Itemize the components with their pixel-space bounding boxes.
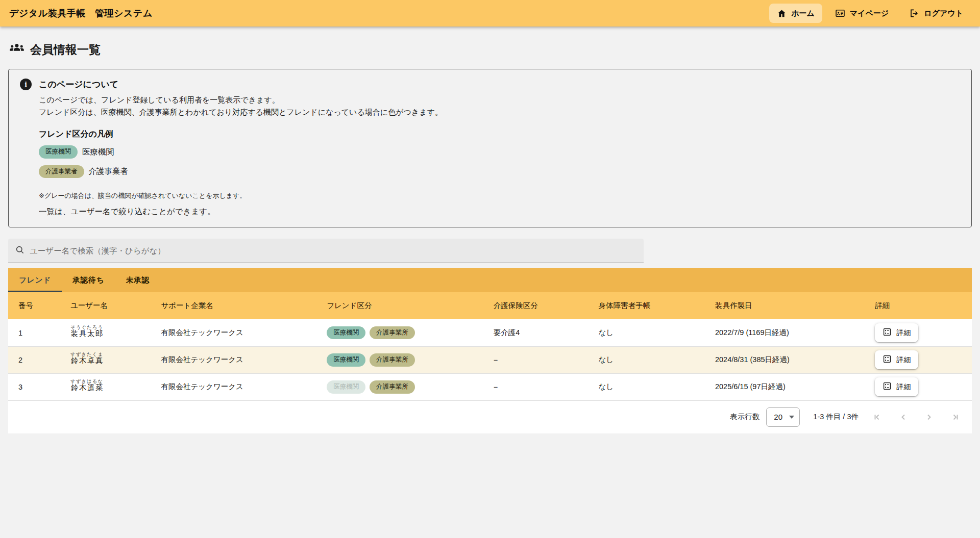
nav-logout-button[interactable]: ログアウト [901,4,971,23]
info-line-1: このページでは、フレンド登録している利用者を一覧表示できます。 [39,94,960,106]
people-icon [9,40,24,59]
members-table: 番号 ユーザー名 サポート企業名 フレンド区分 介護保険区分 身体障害者手帳 装… [8,292,972,401]
care-badge: 介護事業所 [370,353,415,367]
user-name-cell: 装具太郎そうぐたろう [60,319,151,346]
tab-pending-approval[interactable]: 承認待ち [62,268,115,292]
nav-logout-label: ログアウト [924,9,963,18]
care-badge: 介護事業者 [39,165,84,178]
care-level-cell: − [483,373,589,400]
nav-mypage-label: マイページ [850,9,889,18]
ballot-icon [883,381,892,392]
tab-unapproved[interactable]: 未承認 [115,268,161,292]
col-disability-certificate: 身体障害者手帳 [589,292,705,319]
col-detail: 詳細 [865,292,972,319]
ballot-icon [883,354,892,365]
tab-friend[interactable]: フレンド [8,268,62,292]
detail-cell: 詳細 [865,346,972,373]
rows-per-page-value: 20 [774,413,782,421]
search-icon [15,245,25,257]
legend-item-medical: 医療機関 医療機関 [39,145,960,159]
table-header-row: 番号 ユーザー名 サポート企業名 フレンド区分 介護保険区分 身体障害者手帳 装… [8,292,972,319]
tab-bar: フレンド 承認待ち 未承認 [8,268,972,292]
info-icon: i [20,79,32,90]
legend-item-care: 介護事業者 介護事業者 [39,165,960,178]
app-title: デジタル装具手帳 管理システム [9,7,153,19]
search-field[interactable] [8,239,644,263]
page-title-text: 会員情報一覧 [30,42,101,58]
medical-badge: 医療機関 [327,353,365,367]
pagination-bar: 表示行数 20 1-3 件目 / 3件 [8,401,972,433]
company-cell: 有限会社テックワークス [151,346,316,373]
first-page-icon [872,411,884,423]
furigana: すずきはるな [70,378,103,384]
care-level-cell: 要介護4 [483,319,589,346]
info-box: i このページについて このページでは、フレンド登録している利用者を一覧表示でき… [8,69,972,227]
nav-home-button[interactable]: ホーム [769,4,822,23]
legend-label-medical: 医療機関 [82,146,114,158]
table-row: 2 鈴木卓真すずきたくま 有限会社テックワークス 医療機関 介護事業所 − なし… [8,346,972,373]
detail-button[interactable]: 詳細 [875,377,918,396]
friend-category-cell: 医療機関 介護事業所 [316,373,483,400]
last-page-icon [948,411,961,423]
home-icon [777,9,787,18]
medical-badge-inactive: 医療機関 [327,380,365,394]
page-title: 会員情報一覧 [9,40,972,59]
user-name-cell: 鈴木遥菜すずきはるな [60,373,151,400]
nav-mypage-button[interactable]: マイページ [827,4,896,23]
furigana: そうぐたろう [70,324,103,330]
made-date-cell: 2024/8/31 (385日経過) [705,346,865,373]
search-input[interactable] [30,246,637,255]
app-bar: デジタル装具手帳 管理システム ホーム マイページ [0,0,980,27]
company-cell: 有限会社テックワークス [151,373,316,400]
info-hint: 一覧は、ユーザー名で絞り込むことができます。 [39,206,960,218]
made-date-cell: 2025/6/15 (97日経過) [705,373,865,400]
main-content: 会員情報一覧 i このページについて このページでは、フレンド登録している利用者… [0,40,980,433]
next-page-button[interactable] [923,411,935,423]
id-card-icon [835,8,845,18]
care-level-cell: − [483,346,589,373]
table-row: 1 装具太郎そうぐたろう 有限会社テックワークス 医療機関 介護事業所 要介護4… [8,319,972,346]
pagination-range-label: 1-3 件目 / 3件 [813,412,859,422]
info-line-2: フレンド区分は、医療機関、介護事業所とわかれており対応する機関とフレンドになって… [39,106,960,118]
care-badge: 介護事業所 [370,380,415,394]
first-page-button[interactable] [872,411,884,423]
info-note: ※グレーの場合は、該当の機関が確認されていないことを示します。 [39,190,960,202]
detail-cell: 詳細 [865,319,972,346]
row-number: 2 [8,346,60,373]
detail-button[interactable]: 詳細 [875,323,918,342]
detail-cell: 詳細 [865,373,972,400]
disability-cell: なし [589,346,705,373]
header-nav: ホーム マイページ ログアウト [769,4,971,23]
table-row: 3 鈴木遥菜すずきはるな 有限会社テックワークス 医療機関 介護事業所 − なし… [8,373,972,400]
made-date-cell: 2022/7/9 (1169日経過) [705,319,865,346]
col-user-name: ユーザー名 [60,292,151,319]
medical-badge: 医療機関 [39,145,78,159]
col-brace-made-date: 装具作製日 [705,292,865,319]
legend-label-care: 介護事業者 [89,165,129,177]
col-number: 番号 [8,292,60,319]
rows-per-page-label: 表示行数 [730,412,760,422]
row-number: 1 [8,319,60,346]
logout-icon [909,8,919,18]
ballot-icon [883,327,892,338]
chevron-left-icon [897,411,910,423]
col-support-company: サポート企業名 [151,292,316,319]
company-cell: 有限会社テックワークス [151,319,316,346]
user-name-cell: 鈴木卓真すずきたくま [60,346,151,373]
furigana: すずきたくま [70,351,103,357]
disability-cell: なし [589,319,705,346]
detail-button[interactable]: 詳細 [875,350,918,369]
legend-heading: フレンド区分の凡例 [39,128,960,140]
chevron-right-icon [923,411,935,423]
row-number: 3 [8,373,60,400]
previous-page-button[interactable] [897,411,910,423]
col-care-insurance: 介護保険区分 [483,292,589,319]
col-friend-category: フレンド区分 [316,292,483,319]
last-page-button[interactable] [948,411,961,423]
care-badge: 介護事業所 [370,326,415,340]
info-heading: このページについて [39,79,118,90]
chevron-down-icon [789,416,794,419]
rows-per-page-select[interactable]: 20 [766,407,800,427]
friend-category-cell: 医療機関 介護事業所 [316,346,483,373]
friend-category-cell: 医療機関 介護事業所 [316,319,483,346]
